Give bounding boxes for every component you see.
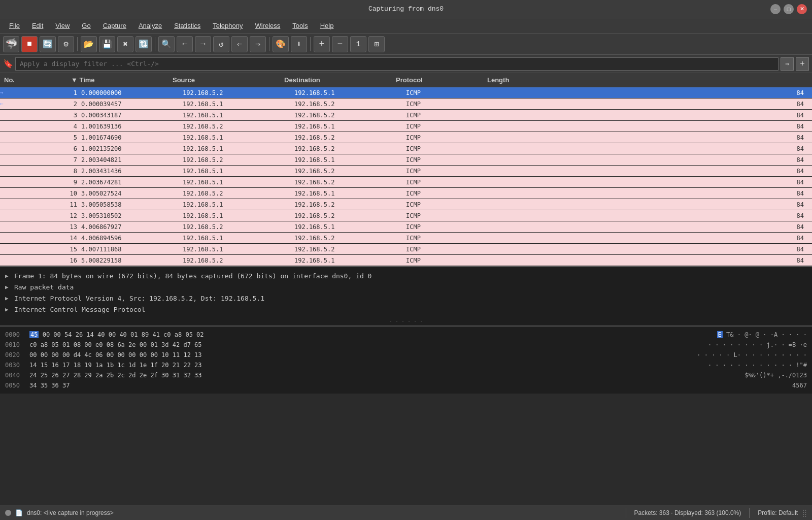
row-no: 6 [10, 145, 81, 152]
packet-row[interactable]: 165.008229158192.168.5.2192.168.5.1ICMP8… [0, 255, 812, 266]
row-destination: 192.168.5.2 [294, 235, 406, 242]
row-no: 15 [10, 246, 81, 253]
detail-item[interactable]: ▶Internet Protocol Version 4, Src: 192.1… [5, 292, 807, 304]
row-no: 14 [10, 235, 81, 242]
menu-item-statistics[interactable]: Statistics [169, 20, 206, 31]
packet-row[interactable]: 41.001639136192.168.5.2192.168.5.1ICMP84 [0, 121, 812, 132]
packet-row[interactable]: 61.002135200192.168.5.1192.168.5.2ICMP84 [0, 143, 812, 154]
packet-row[interactable]: 134.006867927192.168.5.2192.168.5.1ICMP8… [0, 221, 812, 233]
filter-input[interactable] [15, 57, 779, 71]
row-time: 0.000343187 [81, 112, 183, 119]
menu-item-analyze[interactable]: Analyze [133, 20, 167, 31]
row-protocol: ICMP [406, 156, 497, 164]
row-destination: 192.168.5.1 [294, 190, 406, 197]
menu-item-view[interactable]: View [50, 20, 75, 31]
detail-item[interactable]: ▶Raw packet data [5, 281, 807, 292]
maximize-button[interactable]: □ [784, 4, 794, 14]
menu-item-telephony[interactable]: Telephony [208, 20, 248, 31]
menu-item-edit[interactable]: Edit [27, 20, 48, 31]
filter-add-button[interactable]: + [796, 57, 809, 71]
col-header-len[interactable]: Length [487, 76, 812, 84]
col-header-no[interactable]: No. [0, 76, 71, 84]
zoom-in-button[interactable]: + [314, 36, 330, 52]
columns-button[interactable]: ⊞ [368, 36, 385, 52]
zoom-orig-button[interactable]: 1 [350, 36, 366, 52]
packet-row[interactable]: 72.003404821192.168.5.2192.168.5.1ICMP84 [0, 154, 812, 166]
col-header-proto[interactable]: Protocol [396, 76, 487, 84]
packet-row[interactable]: →10.000000000192.168.5.2192.168.5.1ICMP8… [0, 87, 812, 99]
row-time: 4.006894596 [81, 235, 183, 242]
col-header-time[interactable]: ▼ Time [71, 76, 173, 84]
hex-bytes: 34 35 36 37 [29, 382, 788, 389]
detail-item[interactable]: ▶Internet Control Message Protocol [5, 304, 807, 315]
goto-button[interactable]: ↺ [213, 36, 229, 52]
packet-row[interactable]: 144.006894596192.168.5.1192.168.5.2ICMP8… [0, 233, 812, 244]
detail-expand-icon: ▶ [5, 284, 11, 290]
hex-ascii-selected: E [717, 331, 723, 338]
row-protocol: ICMP [406, 89, 497, 96]
row-protocol: ICMP [406, 257, 497, 264]
row-protocol: ICMP [406, 179, 497, 186]
packet-row[interactable]: ←20.000039457192.168.5.1192.168.5.2ICMP8… [0, 99, 812, 110]
packet-row[interactable]: 82.003431436192.168.5.1192.168.5.2ICMP84 [0, 166, 812, 177]
row-length: 84 [497, 212, 812, 219]
packet-rows: →10.000000000192.168.5.2192.168.5.1ICMP8… [0, 87, 812, 266]
menu-item-file[interactable]: File [4, 20, 25, 31]
autoscroll-button[interactable]: ⬇ [291, 36, 307, 52]
packet-row[interactable]: 113.005058538192.168.5.1192.168.5.2ICMP8… [0, 199, 812, 210]
stop-capture-button[interactable]: ■ [21, 36, 38, 52]
back-button[interactable]: ← [177, 36, 193, 52]
row-time: 3.005058538 [81, 201, 183, 208]
find-button[interactable]: 🔍 [158, 36, 175, 52]
zoom-out-button[interactable]: − [332, 36, 348, 52]
close-file-button[interactable]: ✖ [117, 36, 133, 52]
row-source: 192.168.5.2 [183, 190, 294, 197]
packet-row[interactable]: 51.001674690192.168.5.1192.168.5.2ICMP84 [0, 132, 812, 143]
hex-ascii: · · · · · L· · · · · · · · · · [697, 351, 807, 359]
capture-status-text: dns0: <live capture in progress> [27, 509, 114, 516]
packet-row[interactable]: 92.003674281192.168.5.1192.168.5.2ICMP84 [0, 177, 812, 188]
packet-row[interactable]: 123.005310502192.168.5.1192.168.5.2ICMP8… [0, 210, 812, 221]
menu-item-go[interactable]: Go [77, 20, 95, 31]
hex-offset: 0040 [5, 372, 25, 379]
shark-icon[interactable]: 🦈 [3, 36, 19, 52]
hex-selected-byte[interactable]: 45 [29, 331, 39, 338]
row-arrow-icon: ← [0, 101, 10, 107]
menu-item-capture[interactable]: Capture [98, 20, 131, 31]
menu-item-tools[interactable]: Tools [287, 20, 313, 31]
reload-button[interactable]: 🔃 [136, 36, 152, 52]
col-header-source[interactable]: Source [173, 76, 284, 84]
colorize-button[interactable]: 🎨 [273, 36, 289, 52]
packet-row[interactable]: 103.005027524192.168.5.2192.168.5.1ICMP8… [0, 188, 812, 199]
menu-item-wireless[interactable]: Wireless [250, 20, 285, 31]
row-length: 84 [497, 145, 812, 152]
row-source: 192.168.5.2 [183, 89, 294, 96]
hex-offset: 0010 [5, 341, 25, 348]
resize-handle: ⣿ [802, 509, 807, 517]
minimize-button[interactable]: – [770, 4, 781, 14]
col-header-dest[interactable]: Destination [284, 76, 396, 84]
filter-apply-button[interactable]: ⇒ [781, 57, 794, 71]
open-file-button[interactable]: 📂 [81, 36, 97, 52]
packet-row[interactable]: 154.007111868192.168.5.1192.168.5.2ICMP8… [0, 244, 812, 255]
save-button[interactable]: 💾 [99, 36, 115, 52]
status-divider-2 [749, 508, 750, 518]
row-protocol: ICMP [406, 168, 497, 175]
menu-item-help[interactable]: Help [315, 20, 339, 31]
prev-button[interactable]: ⇐ [231, 36, 248, 52]
row-protocol: ICMP [406, 145, 497, 152]
row-time: 4.007111868 [81, 246, 183, 253]
forward-button[interactable]: → [195, 36, 211, 52]
next-button[interactable]: ⇒ [250, 36, 266, 52]
restart-capture-button[interactable]: 🔄 [40, 36, 56, 52]
row-protocol: ICMP [406, 123, 497, 130]
row-destination: 192.168.5.1 [294, 223, 406, 231]
hex-rows: 000045 00 00 54 26 14 40 00 40 01 89 41 … [5, 330, 807, 391]
row-destination: 192.168.5.1 [294, 89, 406, 96]
packet-row[interactable]: 30.000343187192.168.5.1192.168.5.2ICMP84 [0, 110, 812, 121]
close-button[interactable]: ✕ [797, 4, 807, 14]
row-source: 192.168.5.2 [183, 223, 294, 231]
row-length: 84 [497, 190, 812, 197]
capture-options-button[interactable]: ⚙ [58, 36, 74, 52]
detail-item[interactable]: ▶Frame 1: 84 bytes on wire (672 bits), 8… [5, 270, 807, 281]
